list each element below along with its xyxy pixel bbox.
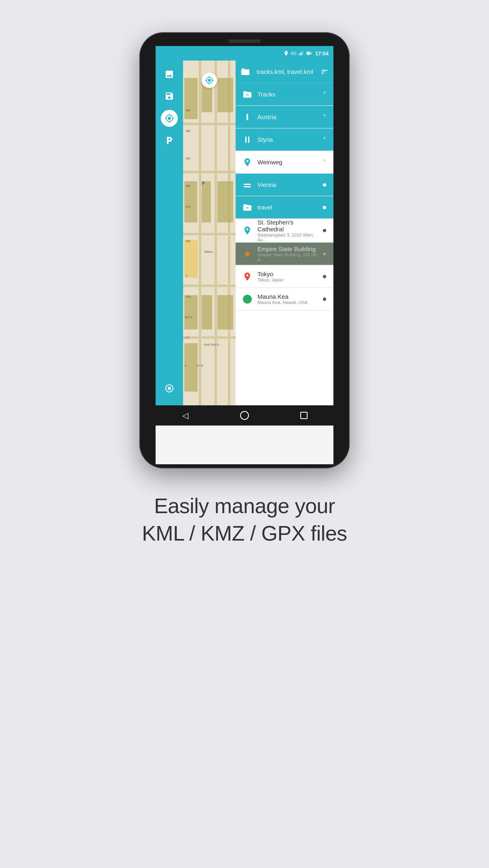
- sidebar-save-btn[interactable]: [159, 86, 180, 107]
- row-indicator-empire: [319, 253, 330, 255]
- sidebar-bottom: [159, 152, 180, 405]
- crosshair-btn[interactable]: [161, 110, 178, 127]
- row-indicator-vienna: [319, 183, 330, 187]
- circle-green-icon: [243, 295, 252, 304]
- list-item[interactable]: ★ Empire State Building Empire State Bui…: [236, 243, 333, 265]
- status-icons: 4G: [283, 50, 313, 56]
- network-icon: 4G: [291, 51, 297, 56]
- list-item[interactable]: Mauna Kea Mauna Kea, Hawaii, USA: [236, 288, 333, 310]
- header-folder-icon: [240, 67, 250, 77]
- list-item[interactable]: Tracks °: [236, 83, 333, 106]
- nav-back-btn[interactable]: ◁: [176, 407, 194, 424]
- svg-point-7: [168, 387, 171, 390]
- list-item[interactable]: Austria °: [236, 106, 333, 128]
- row-icon-tracks: [239, 90, 256, 99]
- nav-recent-btn[interactable]: [295, 407, 313, 424]
- row-content-austria: Austria: [256, 113, 319, 121]
- file-header-title: tracks.kml, travel.kml: [255, 68, 316, 75]
- list-item[interactable]: Weinweg °: [236, 151, 333, 174]
- svg-rect-11: [244, 184, 251, 185]
- row-title-weinweg: Weinweg: [257, 159, 282, 166]
- row-icon-empire: ★: [239, 248, 256, 260]
- signal-icon: [298, 50, 304, 56]
- header-icon: [236, 67, 255, 77]
- battery-icon: [306, 50, 313, 56]
- map-crosshair: [202, 73, 217, 88]
- row-subtitle-tokyo: Tokyo, Japan: [257, 277, 319, 282]
- list-item[interactable]: Styria °: [236, 128, 333, 151]
- location-circle-icon: [164, 384, 174, 393]
- phone-speaker: [228, 40, 261, 43]
- row-indicator-travel: [319, 206, 330, 209]
- row-icon-stephens: [239, 226, 256, 235]
- row-indicator-tokyo: [319, 275, 330, 278]
- row-title-empire: Empire State Building: [257, 245, 319, 252]
- caption-line1: Easily manage your: [154, 494, 335, 518]
- row-subtitle-stephens: Stephansplatz 3, 1010 Wien, Au...: [257, 233, 319, 242]
- row-content-weinweg: Weinweg: [256, 159, 319, 166]
- caption-line2: KML / KMZ / GPX files: [142, 522, 347, 545]
- track-single-icon: [242, 112, 252, 122]
- sort-btn[interactable]: [316, 68, 333, 76]
- list-item[interactable]: Vienna: [236, 174, 333, 196]
- status-bar: 4G 17:54: [156, 46, 333, 61]
- svg-rect-12: [244, 186, 251, 187]
- svg-rect-8: [247, 114, 248, 120]
- nav-home-btn[interactable]: [236, 407, 253, 424]
- row-content-empire: Empire State Building Empire State Build…: [256, 245, 319, 262]
- phone-shell: 4G 17:54: [139, 32, 350, 468]
- caption-text: Easily manage your KML / KMZ / GPX files: [142, 493, 347, 547]
- row-subtitle-mauna: Mauna Kea, Hawaii, USA: [257, 300, 319, 305]
- sort-icon: [320, 68, 329, 76]
- list-bottom-spacer: [236, 310, 333, 323]
- row-title-styria: Styria: [257, 136, 273, 143]
- pin-red-icon: [242, 272, 252, 281]
- recent-icon: [300, 412, 308, 419]
- row-indicator-austria: °: [319, 113, 330, 121]
- page-wrapper: 4G 17:54: [0, 0, 489, 868]
- parking-btn[interactable]: [159, 130, 180, 151]
- row-content-styria: Styria: [256, 136, 319, 143]
- list-item[interactable]: Tokyo Tokyo, Japan: [236, 265, 333, 288]
- row-content-mauna: Mauna Kea Mauna Kea, Hawaii, USA: [256, 293, 319, 305]
- list-item[interactable]: St. Stephen's Cathedral Stephansplatz 3,…: [236, 219, 333, 243]
- nav-bar: ◁: [156, 405, 333, 426]
- home-icon: [240, 411, 249, 420]
- app-content: 390 386 384 380 376 355 C Gra... and U..…: [156, 61, 333, 405]
- folder-minus-icon: [242, 90, 252, 99]
- row-content-travel: travel: [256, 204, 319, 211]
- row-icon-styria: [239, 135, 256, 145]
- sidebar-location-btn[interactable]: [159, 378, 180, 399]
- row-icon-tokyo: [239, 272, 256, 281]
- crosshair-map-icon: [205, 76, 214, 85]
- row-icon-travel: [239, 203, 256, 212]
- back-icon: ◁: [182, 411, 188, 420]
- caption-area: Easily manage your KML / KMZ / GPX files: [126, 493, 363, 547]
- svg-rect-3: [302, 51, 303, 55]
- pin-teal-icon: [242, 226, 252, 235]
- equals-icon: [242, 180, 252, 190]
- location-icon: [283, 50, 289, 56]
- layers-icon: [164, 69, 174, 79]
- left-sidebar: [156, 61, 183, 405]
- row-indicator-stephens: [319, 229, 330, 232]
- list-item[interactable]: travel: [236, 196, 333, 219]
- row-title-tracks: Tracks: [257, 91, 275, 98]
- row-icon-austria: [239, 112, 256, 122]
- svg-rect-6: [311, 53, 312, 54]
- row-title-austria: Austria: [257, 113, 276, 120]
- sidebar-layers-btn[interactable]: [159, 64, 180, 85]
- row-icon-weinweg: [239, 157, 256, 167]
- star-orange-icon: ★: [243, 248, 252, 260]
- row-indicator-weinweg: °: [319, 159, 330, 166]
- file-header: tracks.kml, travel.kml: [236, 61, 333, 83]
- phone-screen: 4G 17:54: [156, 46, 333, 464]
- svg-rect-9: [245, 136, 247, 143]
- row-content-tokyo: Tokyo Tokyo, Japan: [256, 270, 319, 282]
- svg-rect-5: [307, 52, 310, 54]
- row-indicator-mauna: [319, 298, 330, 301]
- crosshair-icon: [164, 113, 174, 123]
- row-title-vienna: Vienna: [257, 181, 276, 188]
- map-area: 390 386 384 380 376 355 C Gra... and U..…: [183, 61, 236, 405]
- svg-rect-10: [248, 136, 249, 143]
